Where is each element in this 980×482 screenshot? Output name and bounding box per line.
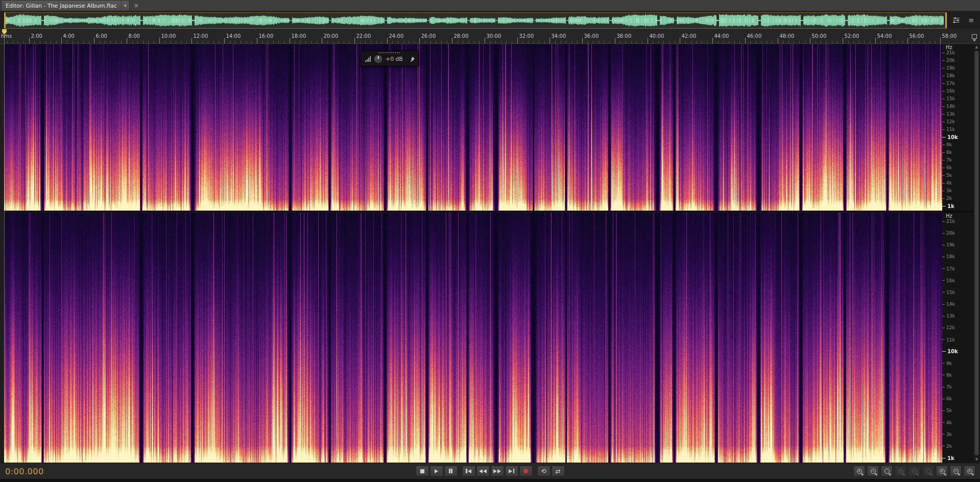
spectrogram-canvas-left[interactable] [4,44,942,211]
frequency-tick [942,268,945,269]
selection-end-handle[interactable] [945,13,947,28]
frequency-label-row: 3k [942,188,952,193]
transport-controls: ⟲⇄ [415,466,565,476]
zoom-in-time-button[interactable]: + [936,466,948,476]
spectrogram-canvas-right[interactable] [4,213,942,463]
editor-tab[interactable]: Editor: Gillan - The Japanese Album.flac… [1,0,130,11]
frequency-label: 13k [946,313,955,318]
magnifier-icon: + [940,469,945,474]
frequency-label-row: 18k [942,254,955,259]
frequency-label: 9k [946,142,952,147]
volume-knob[interactable] [374,55,382,63]
frequency-label-row: 20k [942,231,955,236]
frequency-tick [942,175,945,176]
frequency-unit-label-left: Hz [946,44,952,50]
frequency-label-row: 19k [942,65,955,71]
frequency-label: 6k [946,165,952,170]
frequency-tick [942,280,945,281]
zoom-out-full-button[interactable]: − [867,466,879,476]
transport-stop-button[interactable] [416,466,429,476]
vertical-scrollbar[interactable]: ▲ ▼ [973,44,980,463]
frequency-label-row: 10k [942,134,958,140]
overview-zoom-settings-button[interactable] [951,13,961,27]
sliders-icon [953,17,960,23]
magnifier-icon [885,469,890,474]
zoom-reset-button[interactable] [881,466,893,476]
frequency-label: 16k [946,88,955,94]
frequency-label: 5k [946,408,952,413]
transport-record-button[interactable] [519,466,533,476]
frequency-tick [942,191,945,191]
scroll-down-icon[interactable]: ▼ [973,456,980,463]
zoom-controls: +−+−+−+ [853,466,976,476]
selection-start-handle[interactable] [4,13,6,28]
scrollbar-thumb[interactable] [974,51,979,455]
frequency-tick [942,122,945,122]
frequency-tick [942,83,945,84]
waveform-overview[interactable] [4,12,947,29]
frequency-label-row: 6k [942,396,952,401]
frequency-tick [942,304,945,305]
transport-fast-forward-button[interactable] [491,466,504,476]
tab-close-icon[interactable]: × [132,2,140,9]
frequency-tick [942,257,945,257]
frequency-label-row: 21k [942,50,955,55]
frequency-tick [942,422,945,423]
skip-to-end-icon [509,469,512,473]
frequency-label: 2k [946,196,952,201]
record-icon [523,469,528,473]
panel-menu-button[interactable]: ≡ [966,13,976,27]
frequency-label: 1k [947,203,954,209]
frequency-label: 1k [947,455,954,461]
zoom-out-time-button[interactable]: − [950,466,962,476]
frequency-label: 8k [946,373,952,378]
frequency-label: 18k [946,73,955,78]
pin-icon[interactable] [409,56,415,62]
frequency-tick [942,183,945,183]
frequency-label-row: 20k [942,58,955,63]
transport-skip-to-start-button[interactable] [462,466,475,476]
frequency-label: 15k [946,290,955,295]
frequency-label-row: 1k [942,203,954,209]
transport-skip-to-end-button[interactable] [505,466,518,476]
frequency-label-row: 17k [942,81,955,86]
scroll-up-icon[interactable]: ▲ [973,44,980,50]
frequency-label-row: 9k [942,361,952,366]
tab-dropdown-icon[interactable]: ▾ [121,1,129,11]
hud-panel[interactable]: +0 dB [361,51,419,66]
zoom-in-full-button[interactable]: + [853,466,865,476]
timeline-ruler-canvas[interactable] [0,29,980,44]
transport-rewind-button[interactable] [476,466,490,476]
skip-to-start-icon [466,469,467,473]
frequency-label-row: 21k [942,219,955,224]
transport-loop-playback-button[interactable]: ⟲ [537,466,551,476]
frequency-label: 4k [946,420,952,425]
frequency-label: 2k [946,444,952,449]
magnifier-icon: − [912,469,917,474]
frequency-tick [942,458,946,458]
overview-waveform-canvas[interactable] [4,13,944,28]
rewind-icon [479,469,483,473]
transport-pause-button[interactable] [444,466,458,476]
frequency-label-row: 16k [942,278,955,283]
frequency-label: 14k [946,302,955,307]
audio-editor-window: Editor: Gillan - The Japanese Album.flac… [0,0,980,482]
frequency-tick [942,292,945,292]
transport-skip-selection-button[interactable]: ⇄ [552,466,565,476]
frequency-tick [942,152,945,153]
frequency-label: 11k [946,337,955,342]
magnifier-icon: − [953,469,959,474]
frequency-label-row: 13k [942,313,955,318]
frequency-label-row: 5k [942,173,952,178]
hud-drag-handle[interactable] [378,52,401,53]
menu-icon: ≡ [969,17,974,24]
frequency-label-row: 5k [942,408,952,413]
transport-play-button[interactable] [430,466,443,476]
timeline-ruler[interactable] [0,29,980,44]
frequency-label: 11k [946,127,955,132]
zoom-in-amplitude-button[interactable]: + [964,466,975,476]
transport-time-display[interactable]: 0:00.000 [5,467,44,476]
timeline-options-button[interactable] [970,31,978,42]
loop-playback-icon: ⟲ [541,468,546,474]
frequency-label: 16k [946,278,955,283]
